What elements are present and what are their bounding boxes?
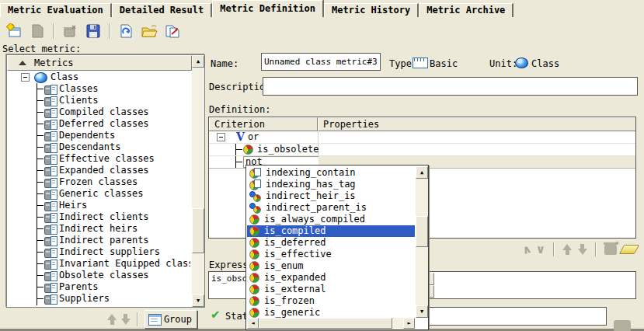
criterion-column-header[interactable]: Criterion — [209, 117, 318, 131]
metric-name-input[interactable] — [261, 53, 381, 71]
dropdown-item[interactable]: is_effective — [247, 249, 415, 260]
tree-item[interactable]: Classes — [7, 83, 190, 95]
metrics-column-header[interactable]: Metrics — [7, 55, 192, 71]
criterion-icon — [249, 273, 259, 283]
and-criterion-button[interactable]: ∧ — [520, 242, 533, 258]
tree-item[interactable]: Indirect clients — [7, 211, 190, 223]
criterion-icon — [249, 249, 259, 260]
dropdown-vertical-scrollbar[interactable]: ▲ ▼ — [416, 166, 428, 318]
metric-list-footer: Group — [6, 310, 204, 329]
tree-item[interactable]: Frozen classes — [7, 176, 190, 188]
criterion-icon — [249, 308, 259, 318]
dropdown-item[interactable]: indirect_parent_is — [247, 202, 415, 214]
tree-item[interactable]: Invariant Equipped classes — [7, 258, 190, 270]
unit-label: Unit: — [489, 58, 517, 69]
scrollbar-thumb[interactable] — [416, 216, 428, 247]
metric-icon — [44, 260, 57, 269]
unit-value: Class — [531, 58, 559, 69]
dropdown-item[interactable]: is_enum — [247, 260, 415, 272]
reload-metrics-button[interactable] — [117, 23, 135, 40]
metric-icon — [44, 190, 57, 199]
move-down-button[interactable] — [120, 314, 131, 325]
criterion-row-is-obsolete[interactable]: is_obsolete — [209, 144, 635, 156]
tree-item[interactable]: Indirect heirs — [7, 223, 190, 235]
dropdown-item[interactable]: indexing_has_tag — [247, 179, 415, 190]
tree-item[interactable]: Parents — [7, 281, 190, 293]
dropdown-item[interactable]: is_generic — [247, 307, 415, 318]
group-button[interactable]: Group — [144, 310, 197, 329]
copy-metric-icon — [30, 23, 45, 39]
description-input[interactable] — [263, 77, 638, 96]
dropdown-item[interactable]: is_expanded — [247, 272, 415, 284]
tree-item[interactable]: Deferred classes — [7, 118, 190, 130]
tab-metric-evaluation[interactable]: Metric Evaluation — [0, 3, 112, 17]
open-metric-file-button[interactable] — [140, 23, 158, 40]
tree-item[interactable]: Heirs — [7, 200, 190, 211]
tree-item[interactable]: Obsolete classes — [7, 270, 190, 281]
footer-separator — [137, 312, 138, 326]
criterion-icon — [249, 226, 259, 236]
or-criterion-button[interactable]: ∨ — [536, 242, 545, 256]
sort-ascending-icon — [19, 61, 26, 65]
new-metric-button[interactable] — [5, 23, 23, 40]
scroll-down-button[interactable]: ▼ — [192, 294, 204, 307]
copy-metric-button[interactable] — [28, 23, 47, 40]
criterion-relation-icon — [249, 203, 261, 214]
comment-balloon-button[interactable] — [614, 320, 631, 331]
delete-criterion-button[interactable] — [604, 245, 617, 255]
dropdown-horizontal-scrollbar[interactable]: ◄ ► — [247, 318, 415, 329]
metric-icon — [44, 213, 57, 222]
dropdown-item[interactable]: indexing_contain — [247, 167, 415, 179]
criterion-move-up-button[interactable] — [562, 244, 573, 255]
scrollbar-thumb[interactable] — [259, 318, 392, 329]
dropdown-item-selected[interactable]: is_compiled — [247, 225, 415, 237]
export-metrics-button[interactable] — [163, 23, 182, 40]
tree-scrollbar[interactable]: ▲ ▼ — [192, 55, 204, 307]
tree-item-class-unit[interactable]: Class — [7, 71, 190, 83]
save-metric-button[interactable] — [84, 23, 103, 40]
toolbar-separator — [109, 23, 110, 39]
delete-metric-button[interactable] — [61, 23, 79, 40]
scroll-up-button[interactable]: ▲ — [416, 166, 428, 179]
scroll-down-button[interactable]: ▼ — [416, 305, 428, 318]
collapse-icon[interactable] — [217, 133, 225, 141]
criterion-icon — [249, 214, 259, 225]
toolbar-separator — [53, 23, 54, 39]
properties-column-header[interactable]: Properties — [318, 117, 635, 131]
tab-metric-archive[interactable]: Metric Archive — [419, 3, 513, 17]
metric-icon — [44, 131, 57, 141]
metric-icon — [44, 155, 57, 164]
grid-header: Criterion Properties — [209, 117, 635, 131]
move-up-button[interactable] — [107, 314, 117, 325]
tree-item[interactable]: Dependents — [7, 130, 190, 141]
metric-icon — [44, 166, 57, 176]
criterion-text-icon — [249, 168, 261, 179]
tab-metric-history[interactable]: Metric History — [324, 3, 419, 17]
scroll-left-button[interactable]: ◄ — [247, 318, 259, 329]
dropdown-item[interactable]: is_frozen — [247, 295, 415, 307]
dropdown-item[interactable]: indirect_heir_is — [247, 190, 415, 202]
criterion-row-or[interactable]: V or — [209, 131, 635, 144]
tree-item[interactable]: Effective classes — [7, 153, 190, 165]
scroll-right-button[interactable]: ► — [403, 318, 415, 329]
dropdown-item[interactable]: is_always_compiled — [247, 214, 415, 225]
tree-item[interactable]: Suppliers — [7, 293, 190, 305]
tree-item[interactable]: Generic classes — [7, 188, 190, 200]
tree-item-clipped[interactable]: Uncompiled classes — [7, 305, 190, 305]
criterion-move-down-button[interactable] — [577, 244, 587, 255]
scroll-up-button[interactable]: ▲ — [192, 55, 204, 68]
dropdown-item[interactable]: is_deferred — [247, 237, 415, 249]
tree-item[interactable]: Descendants — [7, 141, 190, 153]
tree-item[interactable]: Compiled classes — [7, 106, 190, 118]
metric-icon — [44, 271, 57, 280]
tree-item[interactable]: Clients — [7, 95, 190, 106]
clear-criterion-button[interactable] — [619, 245, 639, 254]
tab-detailed-result[interactable]: Detailed Result — [112, 3, 212, 17]
metric-tree: Class Classes Clients Compiled classes D… — [7, 69, 190, 305]
dropdown-item[interactable]: is_external — [247, 284, 415, 295]
class-unit-icon — [515, 57, 528, 68]
tab-metric-definition[interactable]: Metric Definition — [212, 0, 324, 17]
tree-item[interactable]: Expanded classes — [7, 165, 190, 176]
metric-icon — [44, 201, 57, 211]
collapse-icon[interactable] — [21, 73, 30, 82]
